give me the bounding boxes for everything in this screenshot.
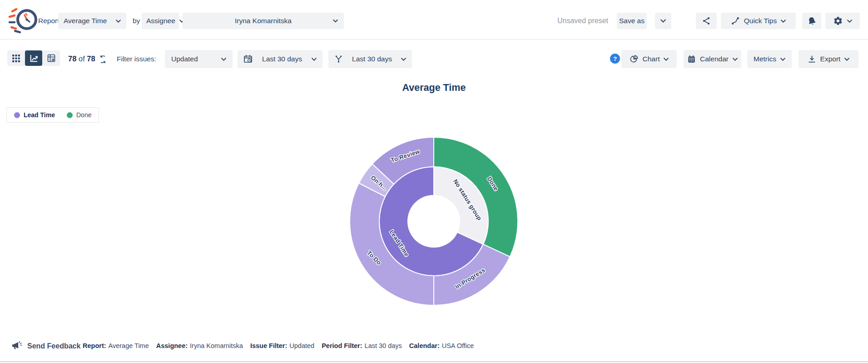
gear-icon [833, 16, 843, 26]
group-by-value: Assignee [146, 17, 175, 25]
summary-label: Report: [83, 342, 106, 349]
save-as-button[interactable]: Save as [617, 13, 647, 29]
count-total: 78 [87, 55, 95, 63]
chevron-down-icon [401, 58, 406, 61]
export-menu-label: Export [820, 55, 841, 63]
chevron-down-icon [664, 58, 669, 61]
chevron-down-icon [847, 20, 852, 23]
chevron-down-icon [781, 20, 786, 23]
legend-label: Lead Time [24, 111, 55, 119]
share-button[interactable] [696, 13, 717, 29]
pie-chart-icon [630, 55, 639, 64]
count-current: 78 [68, 55, 76, 63]
issue-filter-value: Updated [171, 55, 198, 63]
sunburst-chart[interactable]: Lead TimeNo status groupDoneIn ProgressT… [345, 133, 522, 310]
legend-item[interactable]: Lead Time [14, 111, 55, 119]
calendar-clock-icon [243, 55, 253, 64]
chevron-down-icon [660, 19, 666, 23]
settings-button[interactable] [825, 13, 860, 29]
save-as-label: Save as [619, 17, 645, 25]
metrics-menu-label: Metrics [754, 55, 776, 63]
summary-value: USA Office [442, 342, 474, 349]
report-type-value: Average Time [64, 17, 107, 25]
summary-item: Report:Average Time [83, 342, 149, 349]
legend-item[interactable]: Done [67, 111, 91, 119]
export-menu-button[interactable]: Export [799, 50, 858, 68]
summary-label: Assignee: [156, 342, 188, 349]
send-feedback-label: Send Feedback [27, 342, 80, 350]
quick-tips-label: Quick Tips [744, 17, 777, 25]
pivot-view-icon [47, 54, 56, 63]
calendar-menu-button[interactable]: Calendar [684, 50, 741, 68]
quick-tips-button[interactable]: Quick Tips [721, 13, 796, 29]
filter-issues-label: Filter issues: [117, 55, 156, 63]
summary-value: Last 30 days [365, 342, 402, 349]
chart-legend: Lead TimeDone [6, 107, 99, 123]
summary-item: Period Filter:Last 30 days [322, 342, 402, 349]
help-icon: ? [613, 55, 617, 62]
refresh-icon [99, 55, 107, 64]
send-feedback-button[interactable]: Send Feedback [11, 340, 80, 352]
chart-menu-label: Chart [643, 55, 660, 63]
period-filter-select[interactable]: Last 30 days [238, 50, 322, 68]
megaphone-icon [11, 340, 23, 352]
download-icon [808, 55, 816, 64]
chart-view-icon [29, 54, 39, 63]
summary-item: Issue Filter:Updated [250, 342, 314, 349]
chevron-down-icon [312, 58, 317, 61]
chevron-down-icon [780, 58, 785, 61]
time-filter-value: Last 30 days [352, 55, 392, 63]
bottom-divider [0, 361, 868, 362]
issue-filter-select[interactable]: Updated [165, 50, 233, 68]
help-button[interactable]: ? [610, 54, 620, 64]
assignee-select[interactable]: Iryna Komarnitska [183, 13, 344, 29]
grid-view-button[interactable] [7, 50, 25, 66]
quick-tips-icon [731, 16, 740, 25]
top-header: Report: Average Time by Assignee Iryna K… [0, 0, 868, 40]
time-filter-select[interactable]: Last 30 days [328, 50, 412, 68]
pivot-view-button[interactable] [42, 50, 60, 66]
app-logo [7, 5, 38, 35]
period-filter-value: Last 30 days [262, 55, 302, 63]
chart-view-button[interactable] [25, 50, 43, 66]
legend-label: Done [76, 111, 91, 119]
page-title: Average Time [0, 82, 868, 94]
count-separator: of [79, 55, 85, 63]
calendar-icon [687, 55, 696, 64]
chevron-down-icon [116, 20, 121, 23]
chevron-down-icon [221, 58, 226, 61]
legend-dot-icon [14, 112, 20, 118]
summary-value: Updated [289, 342, 314, 349]
chart-menu-button[interactable]: Chart [621, 50, 677, 68]
summary-value: Average Time [109, 342, 149, 349]
summary-item: Assignee:Iryna Komarnitska [156, 342, 243, 349]
grid-view-icon [12, 54, 20, 63]
chevron-down-icon [733, 58, 738, 61]
assignee-value: Iryna Komarnitska [235, 17, 292, 25]
calendar-menu-label: Calendar [700, 55, 729, 63]
preset-status: Unsaved preset [557, 17, 608, 25]
issue-count: 78 of 78 [68, 55, 95, 63]
summary-label: Calendar: [409, 342, 440, 349]
refresh-button[interactable] [97, 54, 108, 65]
report-type-select[interactable]: Average Time [58, 13, 126, 29]
bell-icon [807, 16, 817, 26]
legend-dot-icon [67, 112, 73, 118]
notifications-button[interactable] [802, 13, 821, 29]
summary-label: Period Filter: [322, 342, 362, 349]
metrics-menu-button[interactable]: Metrics [747, 50, 792, 68]
chevron-down-icon [333, 20, 338, 23]
chevron-down-icon [844, 58, 849, 61]
group-by-select[interactable]: Assignee [142, 13, 179, 29]
summary-label: Issue Filter: [250, 342, 287, 349]
by-label: by [133, 17, 140, 25]
save-options-button[interactable] [655, 13, 671, 29]
share-icon [702, 16, 711, 25]
summary-item: Calendar:USA Office [409, 342, 474, 349]
footer-summary: Report:Average TimeAssignee:Iryna Komarn… [83, 342, 474, 349]
view-switcher [7, 50, 60, 66]
summary-value: Iryna Komarnitska [190, 342, 243, 349]
fork-icon [334, 55, 343, 64]
